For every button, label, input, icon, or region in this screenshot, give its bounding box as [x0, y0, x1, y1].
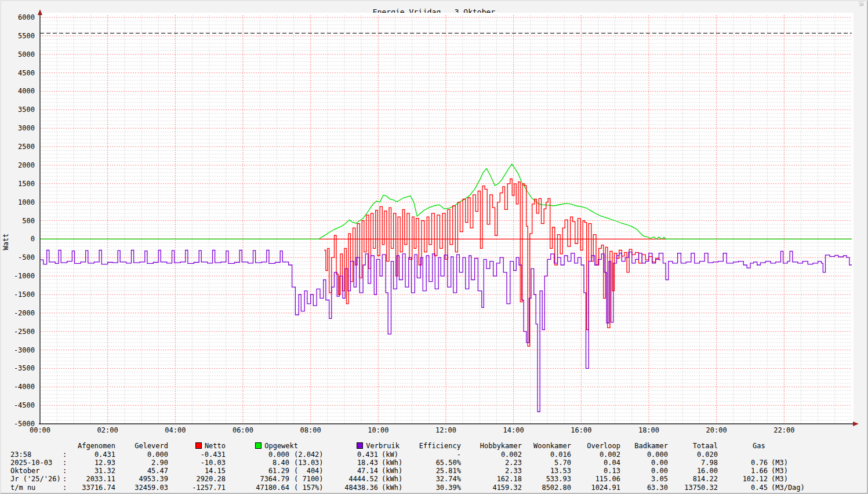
plot-background — [40, 13, 854, 424]
table-row: t/m nu:33716.7432459.03-1257.7147180.64(… — [1, 484, 867, 492]
y-tick-label: 0 — [8, 235, 35, 243]
y-tick-label: 4500 — [8, 69, 35, 77]
table-row: Oktober:31.3245.4714.1561.29( 404)47.14(… — [1, 467, 867, 475]
x-tick-label: 00:00 — [27, 426, 53, 434]
table-row: 2025-10-03:12.932.90-10.038.40(13.03)18.… — [1, 459, 867, 467]
x-tick-label: 16:00 — [568, 426, 594, 434]
y-axis-arrow — [38, 9, 42, 15]
y-tick-label: -3500 — [8, 364, 35, 372]
y-tick-label: -1500 — [8, 290, 35, 299]
value-cell: 1.66 — [629, 467, 768, 475]
table-row: Jr ('25/'26):2033.114953.392920.287364.7… — [1, 475, 867, 483]
y-tick-label: -4500 — [8, 401, 35, 409]
table-row: 23:58:0.4310.000-0.4310.000(2.042)0.431(… — [1, 451, 867, 459]
value-cell: 0.45 — [629, 484, 768, 492]
value-cell: 102.12 — [629, 475, 768, 483]
y-tick-label: 2000 — [8, 161, 35, 169]
y-tick-label: 1000 — [8, 198, 35, 206]
value-cell: 0.76 — [629, 459, 768, 467]
x-tick-label: 22:00 — [771, 426, 797, 434]
x-tick-label: 20:00 — [703, 426, 730, 434]
value-cell: 0.020 — [579, 451, 718, 459]
y-tick-label: 5500 — [8, 32, 35, 40]
x-tick-label: 18:00 — [635, 426, 662, 434]
x-tick-label: 08:00 — [297, 426, 324, 434]
y-tick-label: 3000 — [8, 124, 35, 132]
x-tick-label: 02:00 — [95, 426, 121, 434]
x-tick-label: 12:00 — [433, 426, 459, 434]
y-tick-label: 3500 — [8, 106, 35, 114]
unit-cell: (M3) — [771, 467, 788, 475]
y-tick-label: -1000 — [8, 272, 35, 280]
y-tick-label: -2500 — [8, 328, 35, 336]
energy-graph-image: Energie Vrijdag 3 Oktober Watt RRDTOOL /… — [0, 0, 868, 494]
x-tick-label: 10:00 — [365, 426, 391, 434]
col-header: Totaal — [579, 442, 718, 450]
y-tick-label: 500 — [8, 217, 35, 225]
y-tick-label: 5000 — [8, 50, 35, 59]
x-tick-label: 14:00 — [500, 426, 527, 434]
x-axis-arrow — [853, 422, 859, 426]
plot-area — [1, 1, 867, 439]
y-tick-label: -4000 — [8, 383, 35, 391]
unit-cell: (M3/Dag) — [771, 484, 805, 492]
y-tick-label: -2000 — [8, 309, 35, 317]
y-tick-label: 4000 — [8, 87, 35, 95]
y-tick-label: -3000 — [8, 346, 35, 354]
unit-cell: (M3) — [771, 459, 788, 467]
y-tick-label: 1500 — [8, 180, 35, 188]
table-row: AfgenomenGeleverdNettoOpgewektVerbruikEf… — [1, 442, 867, 450]
unit-cell: (M3) — [771, 475, 788, 483]
x-tick-label: 06:00 — [230, 426, 256, 434]
y-tick-label: -500 — [8, 253, 35, 261]
x-tick-label: 04:00 — [162, 426, 188, 434]
y-tick-label: 2500 — [8, 143, 35, 151]
y-tick-label: 6000 — [8, 13, 35, 21]
col-header: Gas — [753, 442, 765, 450]
